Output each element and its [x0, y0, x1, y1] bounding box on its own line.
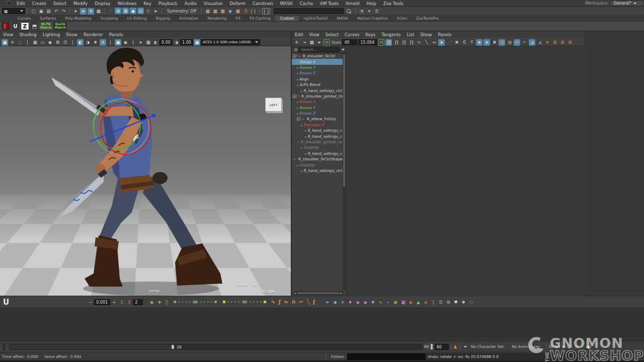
- shelf-item-u-tool[interactable]: U: [11, 22, 20, 30]
- value-snap-icon[interactable]: ➤: [484, 39, 490, 46]
- character-set-key-icon[interactable]: ♟: [453, 344, 457, 349]
- pivot-icon[interactable]: ✛: [544, 39, 550, 46]
- normalize-icon[interactable]: ⊿: [529, 39, 535, 46]
- tangent-shape-icon[interactable]: ʃ: [313, 299, 315, 305]
- field-chart-icon[interactable]: ⊡: [62, 39, 68, 46]
- hold-icon[interactable]: ▪: [362, 299, 369, 305]
- panel-menu-keys[interactable]: Keys: [362, 32, 378, 37]
- shelf-tab-rigging[interactable]: Rigging: [151, 16, 175, 21]
- shelf-tab-ngskintools2[interactable]: ngSkinTools2: [299, 16, 333, 21]
- grid-toggle-icon[interactable]: ▦: [32, 39, 38, 46]
- flower-icon[interactable]: ❖: [460, 299, 467, 305]
- panel-menu-curves[interactable]: Curves: [342, 32, 363, 37]
- lasso-tool-icon[interactable]: ➤: [80, 8, 87, 15]
- anim-layer-selector[interactable]: No Anim Layer: [512, 344, 540, 349]
- menu-audio[interactable]: Audio: [181, 1, 200, 6]
- speed-minus-button[interactable]: −: [87, 299, 94, 305]
- green-toggle-icon[interactable]: [174, 301, 176, 303]
- swap-buffer-icon[interactable]: ▦: [506, 39, 513, 46]
- power-toggle-icon[interactable]: ◉: [148, 299, 155, 305]
- menu-playback[interactable]: Playback: [155, 1, 181, 6]
- shelf-tab-fx-caching[interactable]: FX Caching: [245, 16, 275, 21]
- free-weight-icon[interactable]: ✖: [453, 39, 460, 46]
- key-up-icon[interactable]: ↥: [118, 299, 125, 305]
- dot-icon[interactable]: ·: [107, 8, 114, 14]
- shelf-tab-fx[interactable]: FX: [231, 16, 245, 21]
- panel-menu-view[interactable]: View: [306, 32, 322, 37]
- xray-icon[interactable]: ▣: [115, 39, 121, 46]
- yellow-toggle2-icon[interactable]: [264, 301, 266, 303]
- script-icon[interactable]: :S: [242, 8, 249, 15]
- 3d-viewport[interactable]: LEFT persp Frame: 40 22 fps: [0, 46, 291, 296]
- shelf-tab-custom[interactable]: Custom: [275, 16, 299, 21]
- motion-trail-icon[interactable]: ⌁: [385, 299, 391, 305]
- key-up2-icon[interactable]: ↥: [126, 299, 132, 305]
- channel-tree-row[interactable]: ▸Align: [292, 76, 343, 82]
- character-set-selector[interactable]: No Character Set: [471, 344, 504, 349]
- channel-tree-row[interactable]: ▸Translate X: [292, 122, 343, 128]
- save-scene-icon[interactable]: ▤: [45, 8, 52, 15]
- ipr-render-icon[interactable]: ▦: [219, 8, 226, 15]
- toolbar-icon[interactable]: |: [130, 39, 136, 46]
- panel-menu-panels[interactable]: Panels: [435, 32, 454, 37]
- channel-tree-row[interactable]: ▸Rotate X: [292, 99, 343, 105]
- channel-tree-row[interactable]: −∿R_elbow_frzGrp: [292, 116, 343, 122]
- lock-icon[interactable]: ⚿: [145, 8, 151, 15]
- new-scene-icon[interactable]: ▢: [30, 8, 37, 15]
- tangent-shape-icon[interactable]: ╲: [306, 299, 310, 305]
- shelf-tab-curves[interactable]: Curves: [13, 16, 35, 21]
- buffer-curve-icon[interactable]: ⊞: [499, 39, 505, 46]
- channel-tree-row[interactable]: −∿R_shoulder_gimbal_ctrl: [292, 94, 343, 99]
- menu-constrain[interactable]: Constrain: [249, 1, 277, 6]
- menu-list-icon[interactable]: ☰: [438, 299, 444, 305]
- speed-field[interactable]: 0.001: [94, 299, 110, 305]
- menu-visualize[interactable]: Visualize: [200, 1, 226, 6]
- step-field[interactable]: 2: [133, 299, 143, 305]
- paint-tool-icon[interactable]: ▦: [95, 8, 102, 15]
- render-icon[interactable]: ▦: [204, 8, 211, 15]
- denormalize-icon[interactable]: ⊿: [536, 39, 543, 46]
- workspace-dropdown[interactable]: General*: [610, 1, 644, 6]
- zero-icon[interactable]: 0: [461, 39, 467, 46]
- shelf-tab-motion-graphics[interactable]: Motion Graphics: [353, 16, 392, 21]
- menu-edit[interactable]: Edit: [13, 1, 28, 6]
- shadows-icon[interactable]: ◑: [85, 39, 91, 46]
- render-sequence-icon[interactable]: ▦: [234, 8, 241, 15]
- select-tool-icon[interactable]: ➤: [72, 8, 79, 15]
- range-end-field[interactable]: 60: [435, 344, 449, 350]
- shelf-tab-animation[interactable]: Animation: [175, 16, 203, 21]
- image-plane-icon[interactable]: ▦: [145, 39, 151, 46]
- menu-arnold[interactable]: Arnold: [342, 1, 363, 6]
- flat-tangent-icon[interactable]: ∿: [416, 39, 422, 46]
- search-icon[interactable]: [346, 9, 351, 14]
- character-model[interactable]: [0, 46, 291, 296]
- bookmark-icon[interactable]: ✦: [366, 8, 372, 15]
- shelf-item-z-tool[interactable]: Z: [21, 22, 29, 30]
- move-icon[interactable]: ✛: [340, 299, 346, 305]
- range-start-handle[interactable]: [172, 345, 174, 349]
- channel-tree-row[interactable]: ▸R_hand_settings_c...: [292, 151, 343, 156]
- select-icon[interactable]: ➤: [325, 299, 331, 305]
- linear-tangent-icon[interactable]: ∏: [408, 39, 415, 46]
- pause-icon[interactable]: ❘❘: [250, 8, 257, 15]
- toolbar-icon[interactable]: |: [430, 299, 437, 305]
- lattice-deform-icon[interactable]: ▦: [308, 39, 315, 46]
- shelf-tab-zootoolspro[interactable]: ZooToolsPro: [412, 16, 443, 21]
- chevron-down-icon[interactable]: [342, 49, 345, 51]
- shelf-item-red-tool[interactable]: [2, 22, 10, 30]
- film-gate-icon[interactable]: ▭: [39, 39, 46, 46]
- open-scene-icon[interactable]: ▣: [38, 8, 44, 15]
- gate-mask-icon[interactable]: ⊠: [54, 39, 61, 46]
- toolbar-icon[interactable]: |: [24, 39, 31, 46]
- undo-icon[interactable]: ↶: [53, 8, 59, 15]
- break-tangents-icon[interactable]: ➤: [438, 39, 445, 46]
- tangent-shape-icon[interactable]: ∩: [291, 299, 296, 305]
- shelf-tab-sculpting[interactable]: Sculpting: [96, 16, 122, 21]
- auto-tangent-icon[interactable]: ∏: [385, 39, 392, 46]
- range-slider[interactable]: 28: [9, 344, 423, 350]
- curve-icon[interactable]: ∿: [377, 299, 384, 305]
- tumble-icon[interactable]: ◌: [17, 39, 23, 46]
- filter-icon[interactable]: ▤: [293, 47, 298, 52]
- channel-tree-row[interactable]: ▸Rotate Z: [292, 70, 343, 76]
- spline-tangent-icon[interactable]: ∏: [393, 39, 399, 46]
